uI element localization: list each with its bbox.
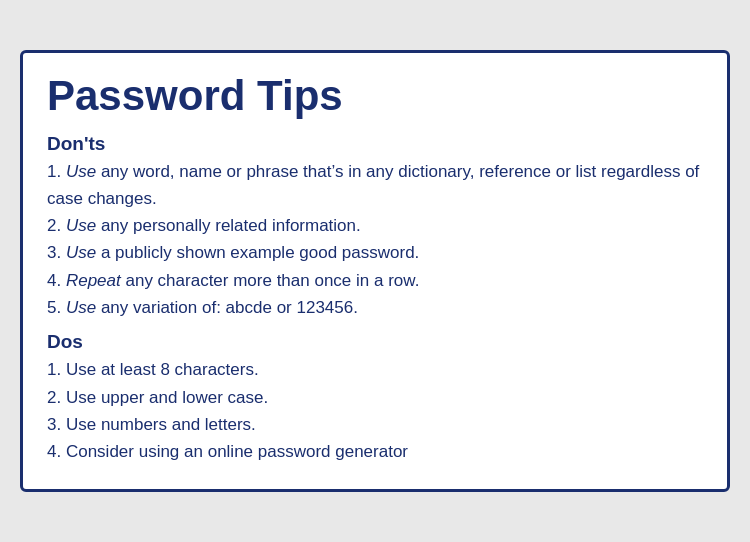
list-item: 1. Use any word, name or phrase that’s i… [47, 159, 703, 212]
list-item: 4. Consider using an online password gen… [47, 439, 703, 465]
donts-section: Don'ts 1. Use any word, name or phrase t… [47, 133, 703, 321]
dos-heading: Dos [47, 331, 703, 353]
list-item: 4. Repeat any character more than once i… [47, 268, 703, 294]
page-title: Password Tips [47, 73, 703, 119]
list-item: 3. Use numbers and letters. [47, 412, 703, 438]
list-item: 3. Use a publicly shown example good pas… [47, 240, 703, 266]
donts-heading: Don'ts [47, 133, 703, 155]
list-item: 1. Use at least 8 characters. [47, 357, 703, 383]
password-tips-card: Password Tips Don'ts 1. Use any word, na… [20, 50, 730, 492]
list-item: 2. Use any personally related informatio… [47, 213, 703, 239]
list-item: 2. Use upper and lower case. [47, 385, 703, 411]
list-item: 5. Use any variation of: abcde or 123456… [47, 295, 703, 321]
dos-section: Dos 1. Use at least 8 characters. 2. Use… [47, 331, 703, 465]
